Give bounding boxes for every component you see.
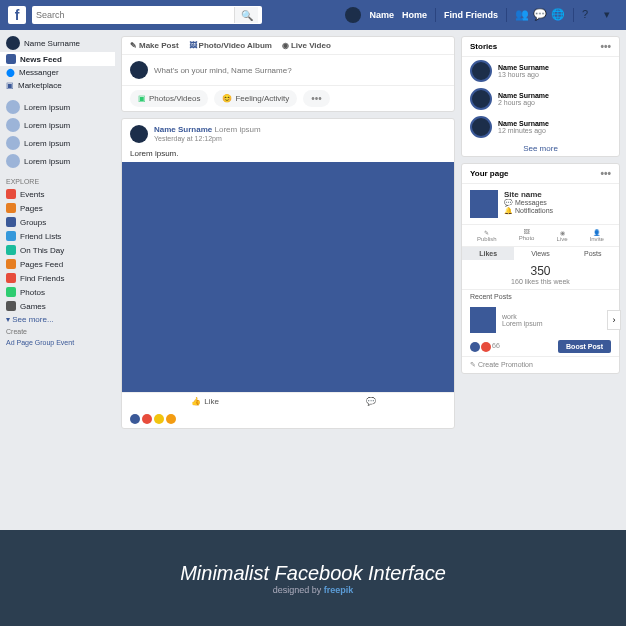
feeling-activity-button[interactable]: 😊Feeling/Activity <box>214 90 297 107</box>
sidebar-item-label: Messanger <box>19 68 59 77</box>
nav-home[interactable]: Home <box>402 10 427 20</box>
avatar[interactable] <box>130 125 148 143</box>
sidebar-item-label: Lorem ipsum <box>24 103 70 112</box>
search-input[interactable] <box>36 10 234 20</box>
sidebar-item-label: Lorem ipsum <box>24 139 70 148</box>
sidebar-groups[interactable]: Groups <box>0 215 115 229</box>
sidebar-item-label: Lorem ipsum <box>24 157 70 166</box>
story-item[interactable]: Name Surname12 minutes ago <box>462 113 619 141</box>
page-like-subtext: 160 likes this week <box>466 278 615 285</box>
story-author: Name Surname <box>498 64 549 71</box>
sidebar-pages[interactable]: Pages <box>0 201 115 215</box>
right-column: Stories••• Name Surname13 hours ago Name… <box>461 30 626 530</box>
tab-likes[interactable]: Likes <box>462 247 514 260</box>
on-this-day-icon <box>6 245 16 255</box>
nav-name[interactable]: Name <box>369 10 394 20</box>
tab-live-video[interactable]: ◉ Live Video <box>282 41 331 50</box>
sidebar-news-feed[interactable]: News Feed <box>0 52 115 66</box>
comment-button[interactable]: 💬 <box>288 393 454 410</box>
search-box[interactable]: 🔍 <box>32 6 262 24</box>
sidebar-shortcut[interactable]: Lorem ipsum <box>0 98 115 116</box>
tab-views[interactable]: Views <box>514 247 566 260</box>
sidebar-item-label: On This Day <box>20 246 64 255</box>
page-thumbnail[interactable] <box>470 190 498 218</box>
messages-icon[interactable]: 💬 <box>533 8 547 22</box>
sidebar-events[interactable]: Events <box>0 187 115 201</box>
messenger-icon: ⬤ <box>6 68 15 77</box>
sidebar-item-label: Find Friends <box>20 274 64 283</box>
recent-title: work <box>502 313 542 320</box>
your-page-card: Your page••• Site name 💬 Messages 🔔 Noti… <box>461 163 620 374</box>
avatar[interactable] <box>345 7 361 23</box>
boost-post-button[interactable]: Boost Post <box>558 340 611 353</box>
sidebar-pages-feed[interactable]: Pages Feed <box>0 257 115 271</box>
sidebar-messanger[interactable]: ⬤Messanger <box>0 66 115 79</box>
sidebar-see-more[interactable]: ▾ See more... <box>0 313 115 326</box>
stories-menu-icon[interactable]: ••• <box>600 41 611 52</box>
help-icon[interactable]: ? <box>582 8 596 22</box>
sidebar-shortcut[interactable]: Lorem ipsum <box>0 116 115 134</box>
page-messages[interactable]: 💬 Messages <box>504 199 553 207</box>
games-icon <box>6 301 16 311</box>
main-feed: ✎ Make Post 🖼 Photo/Video Album ◉ Live V… <box>115 30 461 530</box>
create-promotion-button[interactable]: ✎ Create Promotion <box>462 356 619 373</box>
sidebar-photos[interactable]: Photos <box>0 285 115 299</box>
post-timestamp: Yesterday at 12:12pm <box>154 135 222 142</box>
post-author[interactable]: Name Surname <box>154 125 212 134</box>
more-options-button[interactable]: ••• <box>303 90 330 107</box>
sidebar-shortcut[interactable]: Lorem ipsum <box>0 134 115 152</box>
live-button[interactable]: ◉Live <box>557 229 568 242</box>
groups-icon <box>6 217 16 227</box>
post: Name Surname Lorem ipsum Yesterday at 12… <box>121 118 455 429</box>
footer-title: Minimalist Facebook Interface <box>180 562 446 585</box>
reactions-bar[interactable] <box>122 410 454 428</box>
tab-posts[interactable]: Posts <box>567 247 619 260</box>
nav-find-friends[interactable]: Find Friends <box>444 10 498 20</box>
divider <box>506 8 507 22</box>
composer-input[interactable] <box>154 66 446 75</box>
stories-see-more[interactable]: See more <box>462 141 619 156</box>
photo-button[interactable]: 🖼Photo <box>519 229 535 242</box>
recent-posts-header: Recent Posts <box>462 289 619 303</box>
story-item[interactable]: Name Surname2 hours ago <box>462 85 619 113</box>
story-author: Name Surname <box>498 92 549 99</box>
chevron-right-icon[interactable]: › <box>607 310 621 330</box>
sidebar-profile[interactable]: Name Surname <box>0 34 115 52</box>
sidebar-shortcut[interactable]: Lorem ipsum <box>0 152 115 170</box>
dropdown-icon[interactable]: ▾ <box>604 8 618 22</box>
pages-icon <box>6 203 16 213</box>
sidebar-find-friends[interactable]: Find Friends <box>0 271 115 285</box>
post-text: Lorem ipsum. <box>122 149 454 162</box>
like-button[interactable]: 👍 Like <box>122 393 288 410</box>
notifications-icon[interactable]: 🌐 <box>551 8 565 22</box>
photos-videos-button[interactable]: ▣Photos/Videos <box>130 90 208 107</box>
friend-requests-icon[interactable]: 👥 <box>515 8 529 22</box>
page-notifications[interactable]: 🔔 Notifications <box>504 207 553 215</box>
create-links[interactable]: Ad Page Group Event <box>0 337 115 348</box>
sidebar-friend-lists[interactable]: Friend Lists <box>0 229 115 243</box>
avatar <box>6 36 20 50</box>
story-item[interactable]: Name Surname13 hours ago <box>462 57 619 85</box>
invite-button[interactable]: 👤Invite <box>590 229 604 242</box>
search-icon[interactable]: 🔍 <box>234 7 258 23</box>
footer-banner: Minimalist Facebook Interface designed b… <box>0 530 626 626</box>
divider <box>573 8 574 22</box>
facebook-logo-icon[interactable]: f <box>8 6 26 24</box>
avatar <box>470 60 492 82</box>
page-menu-icon[interactable]: ••• <box>600 168 611 179</box>
sidebar-item-label: Photos <box>20 288 45 297</box>
composer: ✎ Make Post 🖼 Photo/Video Album ◉ Live V… <box>121 36 455 112</box>
story-time: 13 hours ago <box>498 71 549 78</box>
sidebar-on-this-day[interactable]: On This Day <box>0 243 115 257</box>
tab-photo-album[interactable]: 🖼 Photo/Video Album <box>189 41 272 50</box>
recent-post-item[interactable]: workLorem ipsum › <box>462 303 619 337</box>
sidebar-marketplace[interactable]: ▣Marketplace <box>0 79 115 92</box>
sidebar-games[interactable]: Games <box>0 299 115 313</box>
page-name[interactable]: Site name <box>504 190 553 199</box>
post-image[interactable] <box>122 162 454 392</box>
haha-reaction-icon <box>154 414 164 424</box>
tab-make-post[interactable]: ✎ Make Post <box>130 41 179 50</box>
group-icon <box>6 100 20 114</box>
topbar: f 🔍 Name Home Find Friends 👥 💬 🌐 ? ▾ <box>0 0 626 30</box>
publish-button[interactable]: ✎Publish <box>477 229 497 242</box>
